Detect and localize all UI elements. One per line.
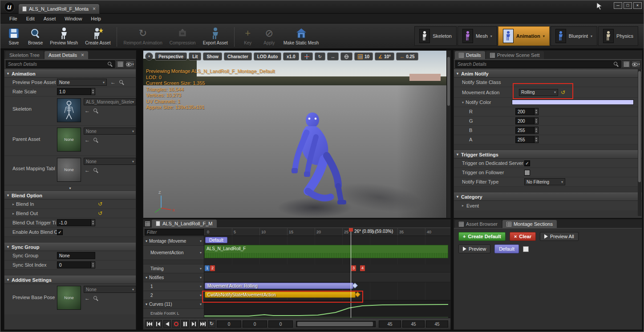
asset-mapping-dropdown[interactable]: None▾ xyxy=(84,158,136,165)
notify-state-movement-action[interactable]: Movement Action: Rolling xyxy=(205,283,353,289)
mode-mesh-button[interactable]: Mesh ▾ xyxy=(458,26,497,46)
search-details-input[interactable] xyxy=(8,62,108,67)
key-button[interactable]: + Key xyxy=(238,25,258,46)
preview-all-button[interactable]: Preview All xyxy=(540,232,579,241)
section-default-button[interactable]: Default xyxy=(494,244,519,253)
reset-to-default-icon[interactable]: ↺ xyxy=(561,89,565,96)
curves-track[interactable] xyxy=(204,300,450,318)
notify-filter-type-dropdown[interactable]: No Filtering▾ xyxy=(524,178,565,185)
pause-button[interactable] xyxy=(181,320,189,328)
use-selected-icon[interactable]: ← xyxy=(85,295,90,301)
chevron-down-icon[interactable]: ▾ xyxy=(200,302,202,306)
sync-group-input[interactable]: None xyxy=(57,252,95,259)
tab-skeleton-tree[interactable]: Skeleton Tree xyxy=(5,51,44,59)
viewport-3d[interactable]: ▾ Perspective Lit Show Character LOD Aut… xyxy=(143,50,451,218)
step-backward-button[interactable] xyxy=(154,320,162,328)
loop-button[interactable]: ↻ xyxy=(208,320,215,328)
details-scrollbar[interactable] xyxy=(638,69,641,216)
tab-asset-details[interactable]: Asset Details× xyxy=(45,51,88,59)
parent-asset-thumbnail[interactable]: None xyxy=(57,128,81,152)
section-blend-option[interactable]: ▾Blend Option xyxy=(4,191,136,200)
trigger-dedicated-server-checkbox[interactable]: ✓ xyxy=(524,160,530,166)
expand-icon[interactable]: ▸ xyxy=(12,202,14,206)
search-details-input[interactable] xyxy=(458,62,614,67)
notify-state-cwl-movement-action[interactable]: CwlAlsNotifyStateMovementAction xyxy=(205,292,356,298)
section-trigger-settings[interactable]: ▾Trigger Settings xyxy=(454,150,642,159)
montage-section-default[interactable]: Default xyxy=(205,237,227,243)
trigger-follower-checkbox[interactable] xyxy=(524,170,530,176)
translate-tool-button[interactable] xyxy=(301,52,313,60)
section-sync-group[interactable]: ▾Sync Group xyxy=(4,243,136,251)
track-filter-input[interactable] xyxy=(147,230,206,235)
track-montage[interactable]: ▾Montage (Moveme▾ xyxy=(143,237,204,246)
menu-window[interactable]: Window xyxy=(60,14,86,24)
spinner-knob-icon[interactable] xyxy=(534,108,538,115)
tab-details[interactable]: Details xyxy=(455,51,485,59)
spinner-knob-icon[interactable] xyxy=(91,88,95,95)
step-forward-button[interactable] xyxy=(190,320,198,328)
asset-window-tab[interactable]: ALS_N_LandRoll_F_Monta × xyxy=(18,4,100,14)
close-button[interactable]: × xyxy=(633,2,642,9)
chevron-down-icon[interactable]: ▾ xyxy=(200,276,202,280)
chevron-down-icon[interactable]: ▾ xyxy=(200,284,202,288)
preview-pose-asset-dropdown[interactable]: None▾ xyxy=(57,79,107,86)
browse-button[interactable]: Browse xyxy=(25,25,45,46)
browse-to-asset-icon[interactable] xyxy=(93,108,98,113)
section-animation[interactable]: ▾Animation xyxy=(4,69,136,78)
timeline-ruler[interactable]: 0 5 10 15 20 25 30 35 40 xyxy=(204,228,450,236)
color-a-input[interactable]: 255 xyxy=(515,136,539,143)
playhead-flag[interactable] xyxy=(349,228,353,232)
frame-start-field[interactable]: 0 xyxy=(217,320,241,328)
make-static-mesh-button[interactable]: Make Static Mesh xyxy=(281,25,321,46)
track-enable-footik[interactable]: Enable FootIK L xyxy=(143,309,204,318)
preview-base-pose-dropdown[interactable]: None▾ xyxy=(84,286,136,293)
track-notify-1[interactable]: 1▾ xyxy=(143,282,204,291)
mode-blueprint-button[interactable]: Blueprint ▾ xyxy=(551,26,597,46)
expand-more-row[interactable]: ▾ xyxy=(4,185,136,191)
to-front-button[interactable] xyxy=(146,320,153,328)
reset-to-default-icon[interactable]: ↺ xyxy=(98,201,102,207)
compression-button[interactable]: Compression xyxy=(167,25,198,46)
skeleton-asset-dropdown[interactable]: ALS_Mannequin_Skelet▾ xyxy=(84,98,136,105)
menu-edit[interactable]: Edit xyxy=(22,14,39,24)
reimport-animation-button[interactable]: ↻ Reimport Animation xyxy=(121,25,165,46)
rotate-tool-button[interactable]: ↻ xyxy=(315,52,325,60)
playhead-line[interactable] xyxy=(351,228,351,318)
create-asset-button[interactable]: Create Asset xyxy=(82,25,113,46)
viewport-options-button[interactable]: ▾ xyxy=(145,52,153,60)
frame-total-field[interactable]: 45 xyxy=(402,320,425,328)
blueprint-dropdown-icon[interactable]: ▾ xyxy=(591,34,592,38)
minimize-button[interactable]: ─ xyxy=(614,2,622,9)
timeline-horizontal-scrollbar[interactable] xyxy=(296,321,376,327)
preview-button[interactable]: Preview xyxy=(458,244,490,253)
frame-field[interactable]: 0 xyxy=(268,320,293,328)
spinner-knob-icon[interactable] xyxy=(534,118,538,124)
mode-physics-button[interactable]: Physics xyxy=(598,26,638,46)
enable-auto-blend-checkbox[interactable]: ✓ xyxy=(57,229,63,235)
chevron-down-icon[interactable]: ▾ xyxy=(200,293,202,297)
track-notifies[interactable]: ▾Notifies▾ xyxy=(143,273,204,282)
color-r-input[interactable]: 200 xyxy=(515,108,539,115)
movement-action-dropdown[interactable]: Rolling▾ xyxy=(519,89,558,96)
track-timing[interactable]: Timing▾ xyxy=(143,264,204,273)
preview-mesh-button[interactable]: Preview Mesh xyxy=(47,25,81,46)
play-reverse-button[interactable] xyxy=(163,320,171,328)
animation-segment-track[interactable]: ALS_N_LandRoll_F xyxy=(204,245,448,258)
view-options-button[interactable] xyxy=(116,60,125,68)
apply-button[interactable]: ⊘ Apply xyxy=(259,25,279,46)
rate-scale-input[interactable]: 1.0 xyxy=(57,88,95,95)
character-menu-button[interactable]: Character xyxy=(224,52,252,60)
mode-animation-button[interactable]: Animation ▾ xyxy=(498,26,550,46)
clear-button[interactable]: ×Clear xyxy=(510,232,536,241)
timing-marker-1[interactable]: 1 xyxy=(205,265,210,271)
frame-current-field[interactable]: 0 xyxy=(243,320,267,328)
expand-icon[interactable]: ▸ xyxy=(462,204,464,208)
collapse-icon[interactable]: ▾ xyxy=(462,100,464,104)
use-selected-icon[interactable]: ← xyxy=(110,79,116,85)
scrollbar-thumb[interactable] xyxy=(447,57,450,106)
timing-marker-3[interactable]: 3 xyxy=(351,265,356,271)
save-button[interactable]: Save xyxy=(4,25,24,46)
preview-base-pose-thumbnail[interactable]: None xyxy=(57,286,81,310)
tab-close-icon[interactable]: × xyxy=(81,52,84,58)
spinner-knob-icon[interactable] xyxy=(534,136,538,143)
